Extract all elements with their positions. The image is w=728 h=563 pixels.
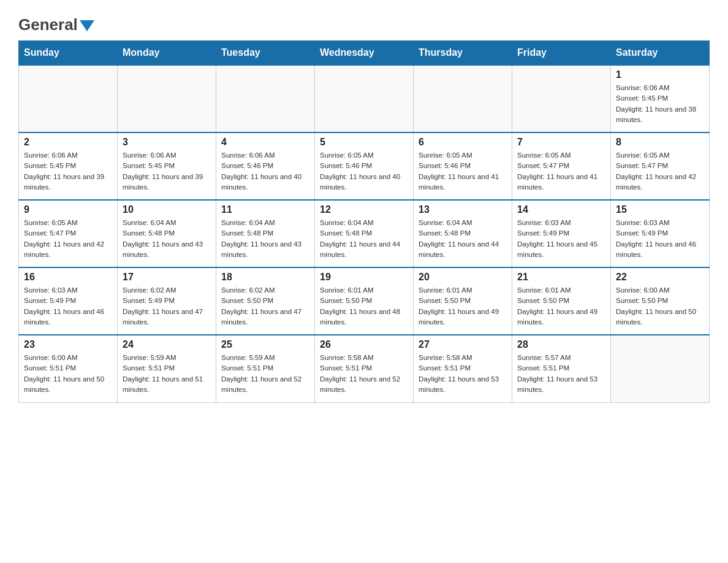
day-info: Sunrise: 5:58 AM Sunset: 5:51 PM Dayligh… — [419, 353, 507, 395]
calendar-cell — [216, 65, 315, 132]
calendar-cell — [611, 335, 710, 402]
calendar-cell: 4Sunrise: 6:06 AM Sunset: 5:46 PM Daylig… — [216, 132, 315, 200]
day-info: Sunrise: 5:59 AM Sunset: 5:51 PM Dayligh… — [221, 353, 309, 395]
day-info: Sunrise: 6:04 AM Sunset: 5:48 PM Dayligh… — [221, 218, 309, 260]
calendar-cell: 18Sunrise: 6:02 AM Sunset: 5:50 PM Dayli… — [216, 267, 315, 335]
day-info: Sunrise: 6:01 AM Sunset: 5:50 PM Dayligh… — [517, 285, 605, 327]
day-info: Sunrise: 5:58 AM Sunset: 5:51 PM Dayligh… — [320, 353, 408, 395]
day-info: Sunrise: 6:00 AM Sunset: 5:50 PM Dayligh… — [616, 285, 704, 327]
day-of-week-header: Monday — [118, 41, 216, 66]
day-info: Sunrise: 6:01 AM Sunset: 5:50 PM Dayligh… — [419, 285, 507, 327]
day-number: 28 — [517, 339, 605, 350]
day-number: 24 — [123, 339, 211, 350]
calendar-cell: 10Sunrise: 6:04 AM Sunset: 5:48 PM Dayli… — [118, 200, 216, 267]
calendar-cell: 11Sunrise: 6:04 AM Sunset: 5:48 PM Dayli… — [216, 200, 315, 267]
day-number: 20 — [419, 272, 507, 283]
calendar-week-row: 1Sunrise: 6:06 AM Sunset: 5:45 PM Daylig… — [19, 65, 710, 132]
day-number: 6 — [419, 137, 507, 148]
calendar-cell: 6Sunrise: 6:05 AM Sunset: 5:46 PM Daylig… — [414, 132, 512, 200]
calendar-cell — [512, 65, 611, 132]
day-info: Sunrise: 6:01 AM Sunset: 5:50 PM Dayligh… — [320, 285, 408, 327]
day-of-week-header: Saturday — [611, 41, 710, 66]
day-number: 4 — [221, 137, 309, 148]
day-of-week-header: Friday — [512, 41, 611, 66]
calendar-cell: 8Sunrise: 6:05 AM Sunset: 5:47 PM Daylig… — [611, 132, 710, 200]
day-info: Sunrise: 6:05 AM Sunset: 5:46 PM Dayligh… — [320, 150, 408, 193]
calendar-cell: 25Sunrise: 5:59 AM Sunset: 5:51 PM Dayli… — [216, 335, 315, 402]
logo-general-text: General — [18, 15, 78, 34]
calendar-cell: 14Sunrise: 6:03 AM Sunset: 5:49 PM Dayli… — [512, 200, 611, 267]
day-info: Sunrise: 6:04 AM Sunset: 5:48 PM Dayligh… — [320, 218, 408, 260]
day-info: Sunrise: 6:06 AM Sunset: 5:45 PM Dayligh… — [616, 83, 704, 125]
day-info: Sunrise: 6:06 AM Sunset: 5:45 PM Dayligh… — [123, 150, 211, 193]
calendar-week-row: 16Sunrise: 6:03 AM Sunset: 5:49 PM Dayli… — [19, 267, 710, 335]
calendar-cell: 9Sunrise: 6:05 AM Sunset: 5:47 PM Daylig… — [19, 200, 118, 267]
calendar-cell: 13Sunrise: 6:04 AM Sunset: 5:48 PM Dayli… — [414, 200, 512, 267]
calendar-cell: 19Sunrise: 6:01 AM Sunset: 5:50 PM Dayli… — [315, 267, 414, 335]
day-number: 5 — [320, 137, 408, 148]
calendar-cell: 24Sunrise: 5:59 AM Sunset: 5:51 PM Dayli… — [118, 335, 216, 402]
calendar-cell: 3Sunrise: 6:06 AM Sunset: 5:45 PM Daylig… — [118, 132, 216, 200]
day-info: Sunrise: 6:06 AM Sunset: 5:45 PM Dayligh… — [24, 150, 112, 193]
day-of-week-header: Wednesday — [315, 41, 414, 66]
calendar-table: SundayMondayTuesdayWednesdayThursdayFrid… — [18, 40, 710, 403]
day-info: Sunrise: 6:05 AM Sunset: 5:47 PM Dayligh… — [517, 150, 605, 193]
day-info: Sunrise: 6:05 AM Sunset: 5:47 PM Dayligh… — [616, 150, 704, 193]
calendar-header-row: SundayMondayTuesdayWednesdayThursdayFrid… — [19, 41, 710, 66]
calendar-cell — [19, 65, 118, 132]
day-number: 3 — [123, 137, 211, 148]
day-of-week-header: Tuesday — [216, 41, 315, 66]
calendar-week-row: 2Sunrise: 6:06 AM Sunset: 5:45 PM Daylig… — [19, 132, 710, 200]
day-number: 11 — [221, 204, 309, 215]
day-number: 17 — [123, 272, 211, 283]
logo: General — [18, 12, 94, 34]
day-of-week-header: Thursday — [414, 41, 512, 66]
day-info: Sunrise: 6:05 AM Sunset: 5:47 PM Dayligh… — [24, 218, 112, 260]
day-number: 7 — [517, 137, 605, 148]
calendar-cell: 21Sunrise: 6:01 AM Sunset: 5:50 PM Dayli… — [512, 267, 611, 335]
day-number: 21 — [517, 272, 605, 283]
day-number: 15 — [616, 204, 704, 215]
calendar-cell: 1Sunrise: 6:06 AM Sunset: 5:45 PM Daylig… — [611, 65, 710, 132]
calendar-week-row: 23Sunrise: 6:00 AM Sunset: 5:51 PM Dayli… — [19, 335, 710, 402]
calendar-cell — [118, 65, 216, 132]
calendar-cell: 15Sunrise: 6:03 AM Sunset: 5:49 PM Dayli… — [611, 200, 710, 267]
calendar-cell: 12Sunrise: 6:04 AM Sunset: 5:48 PM Dayli… — [315, 200, 414, 267]
day-info: Sunrise: 6:03 AM Sunset: 5:49 PM Dayligh… — [24, 285, 112, 327]
calendar-cell: 28Sunrise: 5:57 AM Sunset: 5:51 PM Dayli… — [512, 335, 611, 402]
day-info: Sunrise: 6:02 AM Sunset: 5:49 PM Dayligh… — [123, 285, 211, 327]
calendar-cell: 23Sunrise: 6:00 AM Sunset: 5:51 PM Dayli… — [19, 335, 118, 402]
calendar-cell: 16Sunrise: 6:03 AM Sunset: 5:49 PM Dayli… — [19, 267, 118, 335]
day-number: 8 — [616, 137, 704, 148]
page-header: General — [18, 12, 710, 34]
day-number: 18 — [221, 272, 309, 283]
day-number: 12 — [320, 204, 408, 215]
calendar-cell: 7Sunrise: 6:05 AM Sunset: 5:47 PM Daylig… — [512, 132, 611, 200]
calendar-week-row: 9Sunrise: 6:05 AM Sunset: 5:47 PM Daylig… — [19, 200, 710, 267]
logo-arrow-icon — [80, 20, 94, 31]
day-number: 25 — [221, 339, 309, 350]
day-info: Sunrise: 6:04 AM Sunset: 5:48 PM Dayligh… — [419, 218, 507, 260]
day-info: Sunrise: 6:04 AM Sunset: 5:48 PM Dayligh… — [123, 218, 211, 260]
calendar-cell: 22Sunrise: 6:00 AM Sunset: 5:50 PM Dayli… — [611, 267, 710, 335]
day-info: Sunrise: 6:05 AM Sunset: 5:46 PM Dayligh… — [419, 150, 507, 193]
calendar-cell: 2Sunrise: 6:06 AM Sunset: 5:45 PM Daylig… — [19, 132, 118, 200]
day-of-week-header: Sunday — [19, 41, 118, 66]
calendar-cell: 26Sunrise: 5:58 AM Sunset: 5:51 PM Dayli… — [315, 335, 414, 402]
calendar-cell: 27Sunrise: 5:58 AM Sunset: 5:51 PM Dayli… — [414, 335, 512, 402]
calendar-cell: 5Sunrise: 6:05 AM Sunset: 5:46 PM Daylig… — [315, 132, 414, 200]
day-number: 10 — [123, 204, 211, 215]
day-info: Sunrise: 6:03 AM Sunset: 5:49 PM Dayligh… — [616, 218, 704, 260]
day-number: 13 — [419, 204, 507, 215]
calendar-cell — [315, 65, 414, 132]
day-number: 27 — [419, 339, 507, 350]
day-number: 19 — [320, 272, 408, 283]
day-number: 23 — [24, 339, 112, 350]
calendar-cell — [414, 65, 512, 132]
day-number: 2 — [24, 137, 112, 148]
calendar-cell: 20Sunrise: 6:01 AM Sunset: 5:50 PM Dayli… — [414, 267, 512, 335]
day-info: Sunrise: 6:06 AM Sunset: 5:46 PM Dayligh… — [221, 150, 309, 193]
day-info: Sunrise: 5:59 AM Sunset: 5:51 PM Dayligh… — [123, 353, 211, 395]
day-number: 9 — [24, 204, 112, 215]
day-number: 26 — [320, 339, 408, 350]
